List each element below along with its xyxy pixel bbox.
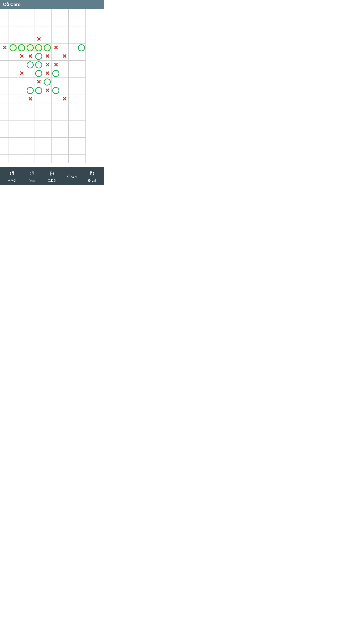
cell[interactable] xyxy=(17,129,26,138)
cell[interactable] xyxy=(69,61,77,69)
cell[interactable] xyxy=(77,120,86,129)
cell[interactable] xyxy=(17,78,26,86)
cell[interactable] xyxy=(69,35,77,44)
cell[interactable] xyxy=(34,155,43,163)
cell[interactable] xyxy=(9,44,17,52)
cell[interactable] xyxy=(34,95,43,103)
cell[interactable] xyxy=(43,155,52,163)
game-board-container[interactable]: ✕✕✕✕✕✕✕✕✕✕✕✕✕✕✕ xyxy=(0,9,104,167)
cell[interactable] xyxy=(26,138,34,146)
cell[interactable] xyxy=(17,146,26,155)
cell[interactable] xyxy=(43,78,52,86)
cell[interactable] xyxy=(9,9,17,18)
cell[interactable] xyxy=(69,138,77,146)
cell[interactable] xyxy=(52,86,60,95)
cell[interactable] xyxy=(43,138,52,146)
cell[interactable] xyxy=(60,35,69,44)
cell[interactable] xyxy=(52,18,60,26)
cell[interactable] xyxy=(77,146,86,155)
cell[interactable] xyxy=(60,103,69,112)
cell[interactable] xyxy=(0,120,9,129)
cell[interactable] xyxy=(77,155,86,163)
cell[interactable] xyxy=(17,86,26,95)
cell[interactable] xyxy=(26,18,34,26)
cell[interactable] xyxy=(69,86,77,95)
cell[interactable] xyxy=(26,103,34,112)
cell[interactable] xyxy=(26,26,34,35)
cell[interactable] xyxy=(34,69,43,78)
cell[interactable] xyxy=(0,103,9,112)
cell[interactable] xyxy=(60,26,69,35)
cell[interactable]: ✕ xyxy=(52,44,60,52)
cell[interactable] xyxy=(34,112,43,120)
cell[interactable] xyxy=(17,103,26,112)
cell[interactable]: ✕ xyxy=(34,35,43,44)
cell[interactable] xyxy=(43,9,52,18)
cell[interactable] xyxy=(52,103,60,112)
cell[interactable] xyxy=(52,129,60,138)
cell[interactable] xyxy=(69,26,77,35)
cell[interactable] xyxy=(9,86,17,95)
cell[interactable] xyxy=(0,52,9,61)
cell[interactable]: ✕ xyxy=(43,61,52,69)
cell[interactable] xyxy=(9,61,17,69)
cell[interactable] xyxy=(26,44,34,52)
cell[interactable] xyxy=(0,9,9,18)
cell[interactable] xyxy=(26,155,34,163)
cell[interactable] xyxy=(34,86,43,95)
cell[interactable] xyxy=(69,146,77,155)
cell[interactable] xyxy=(34,61,43,69)
cell[interactable]: ✕ xyxy=(43,52,52,61)
cell[interactable] xyxy=(34,103,43,112)
cell[interactable]: ✕ xyxy=(26,95,34,103)
cell[interactable] xyxy=(9,146,17,155)
cell[interactable] xyxy=(69,18,77,26)
cell[interactable] xyxy=(9,103,17,112)
cell[interactable] xyxy=(52,52,60,61)
cell[interactable] xyxy=(52,35,60,44)
cell[interactable] xyxy=(69,120,77,129)
cell[interactable] xyxy=(34,129,43,138)
cell[interactable] xyxy=(60,120,69,129)
cell[interactable] xyxy=(26,35,34,44)
cell[interactable] xyxy=(43,35,52,44)
cell[interactable] xyxy=(9,112,17,120)
cell[interactable] xyxy=(17,120,26,129)
cell[interactable] xyxy=(60,155,69,163)
cell[interactable] xyxy=(77,61,86,69)
settings-button[interactable]: C.Đặt xyxy=(44,170,60,182)
cell[interactable] xyxy=(69,103,77,112)
cell[interactable] xyxy=(0,86,9,95)
cell[interactable] xyxy=(77,69,86,78)
cell[interactable] xyxy=(34,120,43,129)
cell[interactable] xyxy=(60,61,69,69)
cell[interactable] xyxy=(52,120,60,129)
cell[interactable] xyxy=(60,112,69,120)
cell[interactable] xyxy=(77,95,86,103)
cpu-button[interactable]: CPU 4 xyxy=(65,174,80,179)
new-game-button[interactable]: V.Mới xyxy=(5,170,20,182)
cell[interactable] xyxy=(77,52,86,61)
cell[interactable] xyxy=(9,138,17,146)
cell[interactable] xyxy=(77,78,86,86)
cell[interactable]: ✕ xyxy=(34,78,43,86)
cell[interactable] xyxy=(69,44,77,52)
cell[interactable] xyxy=(60,146,69,155)
cell[interactable] xyxy=(43,112,52,120)
cell[interactable] xyxy=(69,95,77,103)
cell[interactable] xyxy=(52,138,60,146)
cell[interactable] xyxy=(34,18,43,26)
cell[interactable] xyxy=(60,138,69,146)
cell[interactable] xyxy=(43,18,52,26)
cell[interactable] xyxy=(52,146,60,155)
cell[interactable]: ✕ xyxy=(17,52,26,61)
cell[interactable] xyxy=(52,78,60,86)
cell[interactable] xyxy=(77,44,86,52)
cell[interactable]: ✕ xyxy=(60,95,69,103)
cell[interactable] xyxy=(17,26,26,35)
cell[interactable] xyxy=(77,129,86,138)
cell[interactable] xyxy=(43,146,52,155)
cell[interactable] xyxy=(77,103,86,112)
cell[interactable] xyxy=(26,61,34,69)
cell[interactable] xyxy=(69,112,77,120)
